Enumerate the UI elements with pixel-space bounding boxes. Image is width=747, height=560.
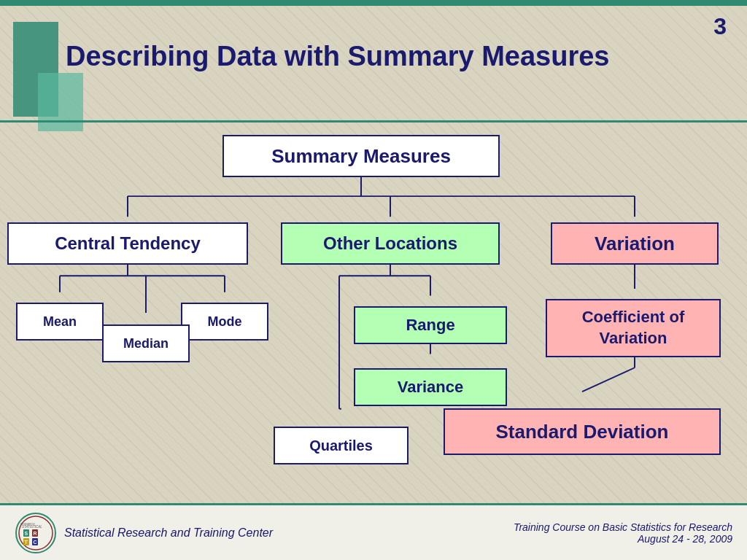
logo-icon: S R T C STATISTICAL RESEARCH <box>15 512 57 554</box>
slide-number: 3 <box>713 13 727 40</box>
footer-left: S R T C STATISTICAL RESEARCH Statistical… <box>15 512 273 554</box>
svg-text:T: T <box>25 540 28 545</box>
diagram-area: Summary Measures Central Tendency Other … <box>0 128 747 498</box>
summary-measures-box: Summary Measures <box>222 135 500 177</box>
teal-decoration-small <box>38 73 83 131</box>
variance-box: Variance <box>354 368 507 406</box>
svg-text:C: C <box>34 540 37 545</box>
slide-title: Describing Data with Summary Measures <box>66 40 725 74</box>
standard-deviation-box: Standard Deviation <box>444 408 721 455</box>
header-accent-bar <box>0 0 747 6</box>
footer-right: Training Course on Basic Statistics for … <box>514 521 732 545</box>
other-locations-box: Other Locations <box>281 222 500 265</box>
mean-box: Mean <box>16 303 104 341</box>
variation-box: Variation <box>551 222 719 265</box>
footer-course-line2: August 24 - 28, 2009 <box>514 533 732 545</box>
coefficient-of-variation-box: Coefficient of Variation <box>546 299 721 357</box>
mode-box: Mode <box>181 303 268 341</box>
median-box: Median <box>102 324 190 362</box>
svg-text:S: S <box>25 531 28 536</box>
quartiles-box: Quartiles <box>274 427 409 464</box>
footer: S R T C STATISTICAL RESEARCH Statistical… <box>0 503 747 560</box>
central-tendency-box: Central Tendency <box>7 222 248 265</box>
svg-text:R: R <box>34 531 37 536</box>
title-divider <box>0 120 747 122</box>
svg-text:RESEARCH: RESEARCH <box>20 523 35 526</box>
svg-line-18 <box>582 368 635 392</box>
footer-org-name: Statistical Research and Training Center <box>64 526 273 540</box>
footer-course-line1: Training Course on Basic Statistics for … <box>514 521 732 533</box>
range-box: Range <box>354 306 507 344</box>
